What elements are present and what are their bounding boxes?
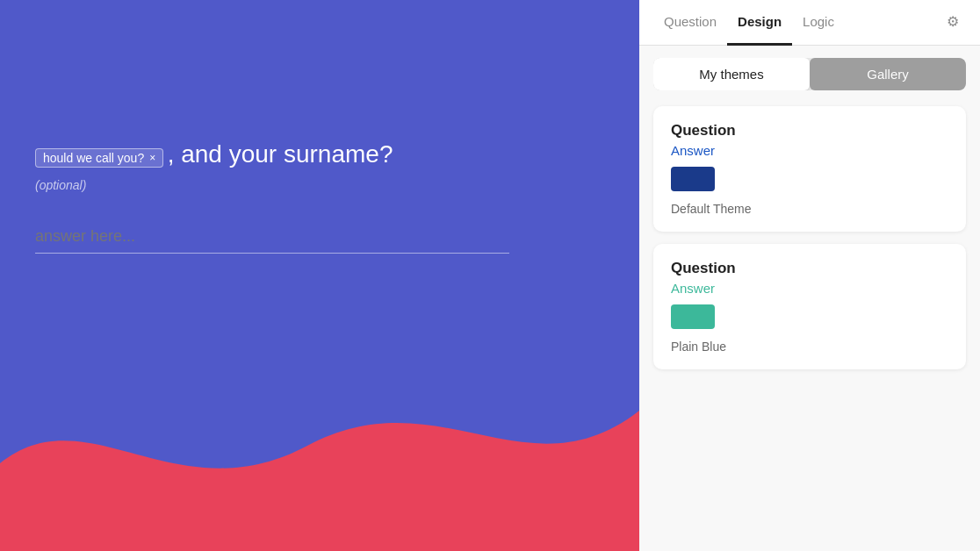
tab-question[interactable]: Question: [653, 1, 727, 46]
tag-text: hould we call you?: [43, 151, 144, 165]
nav-tabs: Question Design Logic ⚙: [639, 0, 980, 46]
design-panel: Question Design Logic ⚙ My themes Galler…: [639, 0, 980, 551]
theme-card-plain-blue[interactable]: Question Answer Plain Blue: [653, 244, 966, 369]
answer-input[interactable]: [35, 220, 509, 254]
tab-design[interactable]: Design: [727, 1, 792, 46]
theme-answer-label-plain-blue: Answer: [671, 281, 948, 296]
survey-question-area: hould we call you? × , and your surname?…: [0, 140, 544, 254]
optional-label: (optional): [35, 178, 509, 192]
question-suffix-text: , and your surname?: [168, 140, 393, 168]
settings-gear-icon[interactable]: ⚙: [947, 13, 966, 32]
theme-question-label-plain-blue: Question: [671, 260, 948, 277]
themes-list: Question Answer Default Theme Question A…: [639, 99, 980, 551]
my-themes-button[interactable]: My themes: [653, 58, 810, 90]
tab-logic[interactable]: Logic: [792, 1, 845, 46]
survey-preview: hould we call you? × , and your surname?…: [0, 0, 639, 551]
gallery-button[interactable]: Gallery: [810, 58, 966, 90]
theme-toggle-group: My themes Gallery: [653, 58, 966, 90]
theme-question-label-default: Question: [671, 122, 948, 140]
theme-name-plain-blue: Plain Blue: [671, 340, 948, 354]
wave-decoration: [0, 305, 639, 551]
theme-name-default: Default Theme: [671, 202, 948, 216]
theme-card-default[interactable]: Question Answer Default Theme: [653, 106, 966, 232]
tag-close-icon[interactable]: ×: [149, 152, 155, 164]
theme-swatch-plain-blue: [671, 304, 715, 329]
theme-swatch-default: [671, 167, 715, 191]
theme-answer-label-default: Answer: [671, 143, 948, 158]
tag-pill: hould we call you? ×: [35, 148, 163, 168]
